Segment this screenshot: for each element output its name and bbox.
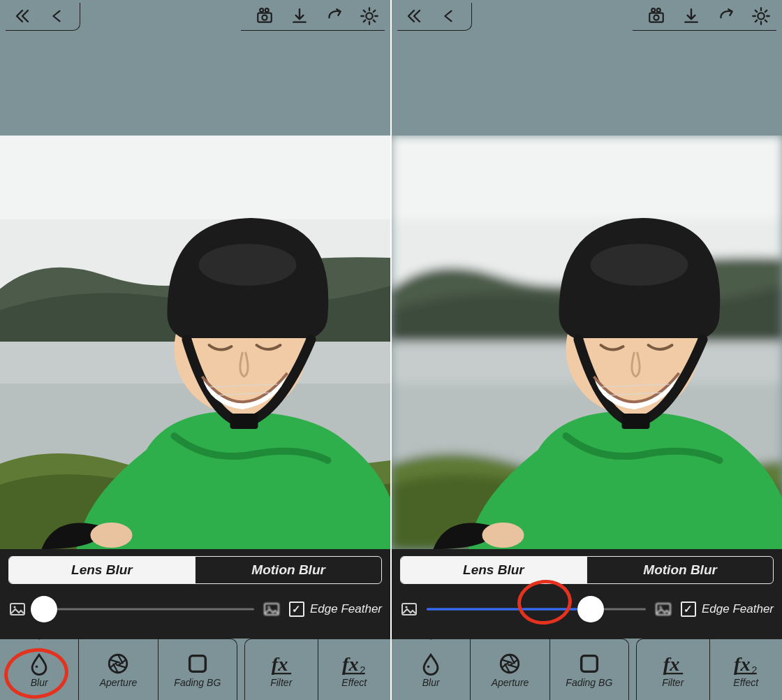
blur-amount-slider[interactable] bbox=[35, 598, 254, 620]
tab-group-fx: Filter Effect bbox=[244, 639, 390, 700]
blur-slider-row: ✓ Edge Feather bbox=[8, 592, 382, 626]
motion-blur-tab[interactable]: Motion Blur bbox=[587, 557, 773, 583]
bottom-toolbar: Blur Aperture Fading BG Filter bbox=[392, 639, 782, 700]
download-icon[interactable] bbox=[288, 5, 311, 27]
picture-blur-icon bbox=[654, 600, 672, 618]
tab-blur[interactable]: Blur bbox=[0, 639, 78, 700]
chevron-left-icon[interactable] bbox=[45, 5, 67, 27]
header-spacer bbox=[0, 34, 390, 136]
aperture-icon bbox=[498, 652, 522, 676]
topbar-right-group bbox=[633, 3, 776, 31]
header-spacer bbox=[392, 34, 782, 136]
tab-filter[interactable]: Filter bbox=[637, 639, 709, 700]
edge-feather-label: Edge Feather bbox=[310, 602, 382, 616]
controls-panel: Lens Blur Motion Blur ✓ Edge Feather bbox=[0, 549, 390, 639]
topbar-left-group bbox=[6, 3, 80, 31]
motion-blur-tab[interactable]: Motion Blur bbox=[196, 557, 381, 583]
drop-icon bbox=[27, 652, 51, 676]
chevron-left-icon[interactable] bbox=[436, 5, 459, 27]
double-chevron-left-icon[interactable] bbox=[10, 5, 32, 27]
tab-blur[interactable]: Blur bbox=[392, 639, 470, 700]
gear-icon[interactable] bbox=[750, 5, 772, 27]
aperture-icon bbox=[106, 652, 130, 676]
checkbox-icon: ✓ bbox=[681, 601, 696, 617]
topbar-right-group bbox=[241, 3, 385, 31]
checkbox-icon: ✓ bbox=[289, 601, 304, 617]
fx2-icon bbox=[734, 652, 758, 676]
edge-feather-toggle[interactable]: ✓ Edge Feather bbox=[681, 601, 774, 617]
topbar bbox=[0, 0, 390, 34]
blur-type-segmented: Lens Blur Motion Blur bbox=[400, 556, 774, 584]
blur-type-segmented: Lens Blur Motion Blur bbox=[8, 556, 382, 584]
blur-amount-slider[interactable] bbox=[427, 598, 646, 620]
slider-knob[interactable] bbox=[31, 596, 57, 622]
fx-icon bbox=[270, 652, 293, 676]
fx2-icon bbox=[342, 652, 366, 676]
tab-effect[interactable]: Effect bbox=[709, 639, 783, 700]
active-caret-icon bbox=[33, 633, 45, 640]
blur-slider-row: ✓ Edge Feather bbox=[400, 592, 774, 626]
bottom-toolbar: Blur Aperture Fading BG Filter bbox=[0, 639, 390, 700]
picture-blur-icon bbox=[263, 600, 281, 618]
tab-fading-bg[interactable]: Fading BG bbox=[158, 639, 237, 700]
square-icon bbox=[577, 652, 601, 676]
edge-feather-toggle[interactable]: ✓ Edge Feather bbox=[289, 601, 382, 617]
slider-knob[interactable] bbox=[577, 596, 604, 622]
picture-sharp-icon bbox=[400, 600, 418, 618]
square-icon bbox=[186, 652, 209, 676]
topbar bbox=[392, 0, 782, 34]
pane-right: Lens Blur Motion Blur ✓ Edge Feather bbox=[392, 0, 782, 700]
tab-effect[interactable]: Effect bbox=[318, 639, 391, 700]
photo-canvas[interactable] bbox=[0, 136, 390, 549]
tab-aperture[interactable]: Aperture bbox=[78, 639, 157, 700]
lens-blur-tab[interactable]: Lens Blur bbox=[9, 557, 195, 583]
topbar-left-group bbox=[397, 3, 472, 31]
tab-fading-bg[interactable]: Fading BG bbox=[549, 639, 628, 700]
active-caret-icon bbox=[425, 633, 437, 640]
camera-icon[interactable] bbox=[253, 5, 276, 27]
tab-group-edit: Blur Aperture Fading BG bbox=[0, 639, 237, 700]
tab-aperture[interactable]: Aperture bbox=[470, 639, 549, 700]
picture-sharp-icon bbox=[8, 600, 27, 618]
share-icon[interactable] bbox=[715, 5, 737, 27]
tab-group-fx: Filter Effect bbox=[636, 639, 782, 700]
pane-left: Lens Blur Motion Blur ✓ Edge Feather bbox=[0, 0, 390, 700]
fx-icon bbox=[661, 652, 685, 676]
drop-icon bbox=[419, 652, 443, 676]
double-chevron-left-icon[interactable] bbox=[401, 5, 424, 27]
share-icon[interactable] bbox=[323, 5, 346, 27]
controls-panel: Lens Blur Motion Blur ✓ Edge Feather bbox=[392, 549, 782, 639]
lens-blur-tab[interactable]: Lens Blur bbox=[401, 557, 586, 583]
gear-icon[interactable] bbox=[358, 5, 381, 27]
tab-filter[interactable]: Filter bbox=[245, 639, 318, 700]
camera-icon[interactable] bbox=[645, 5, 667, 27]
tab-group-edit: Blur Aperture Fading BG bbox=[392, 639, 629, 700]
photo-canvas[interactable] bbox=[392, 136, 782, 549]
edge-feather-label: Edge Feather bbox=[702, 602, 774, 616]
download-icon[interactable] bbox=[680, 5, 702, 27]
